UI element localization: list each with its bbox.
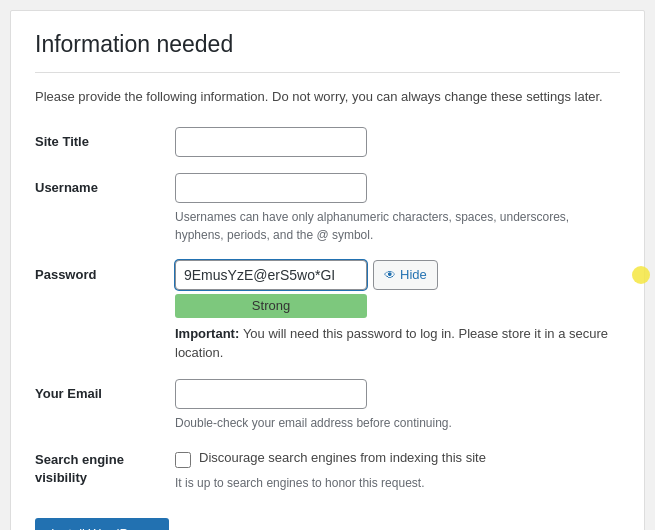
search-visibility-checkbox[interactable] bbox=[175, 452, 191, 468]
password-input-wrap bbox=[175, 260, 367, 290]
password-input[interactable] bbox=[175, 260, 367, 290]
search-visibility-checkbox-row: Discourage search engines from indexing … bbox=[175, 450, 620, 468]
cursor-indicator bbox=[632, 266, 650, 284]
site-title-input[interactable] bbox=[175, 127, 367, 157]
password-input-row: 👁 Hide bbox=[175, 260, 620, 290]
hide-password-button[interactable]: 👁 Hide bbox=[373, 260, 438, 290]
install-wordpress-button[interactable]: Install WordPress bbox=[35, 518, 169, 531]
eye-icon: 👁 bbox=[384, 268, 396, 282]
page-title: Information needed bbox=[35, 31, 620, 73]
password-strength-label: Strong bbox=[252, 298, 290, 313]
username-label: Username bbox=[35, 173, 175, 195]
search-visibility-checkbox-label: Discourage search engines from indexing … bbox=[199, 450, 486, 465]
password-label: Password bbox=[35, 260, 175, 282]
site-title-label: Site Title bbox=[35, 127, 175, 149]
site-title-row: Site Title bbox=[35, 127, 620, 157]
email-label: Your Email bbox=[35, 379, 175, 401]
password-row: Password 👁 Hide Strong Important: You wi… bbox=[35, 260, 620, 363]
username-field: Usernames can have only alphanumeric cha… bbox=[175, 173, 620, 244]
email-hint: Double-check your email address before c… bbox=[175, 414, 615, 432]
password-important-note: Important: You will need this password t… bbox=[175, 324, 615, 363]
search-visibility-field: Discourage search engines from indexing … bbox=[175, 448, 620, 492]
intro-text: Please provide the following information… bbox=[35, 87, 620, 107]
password-strength-bar: Strong bbox=[175, 294, 367, 318]
important-prefix: Important: bbox=[175, 326, 243, 341]
site-title-field bbox=[175, 127, 620, 157]
email-row: Your Email Double-check your email addre… bbox=[35, 379, 620, 432]
password-field: 👁 Hide Strong Important: You will need t… bbox=[175, 260, 620, 363]
hide-label: Hide bbox=[400, 267, 427, 282]
email-input[interactable] bbox=[175, 379, 367, 409]
email-field-wrap: Double-check your email address before c… bbox=[175, 379, 620, 432]
username-row: Username Usernames can have only alphanu… bbox=[35, 173, 620, 244]
search-visibility-label: Search engine visibility bbox=[35, 448, 175, 487]
main-container: Information needed Please provide the fo… bbox=[10, 10, 645, 530]
search-visibility-row: Search engine visibility Discourage sear… bbox=[35, 448, 620, 492]
install-button-row: Install WordPress bbox=[35, 508, 620, 531]
username-input[interactable] bbox=[175, 173, 367, 203]
username-hint: Usernames can have only alphanumeric cha… bbox=[175, 208, 615, 244]
search-visibility-hint: It is up to search engines to honor this… bbox=[175, 474, 615, 492]
